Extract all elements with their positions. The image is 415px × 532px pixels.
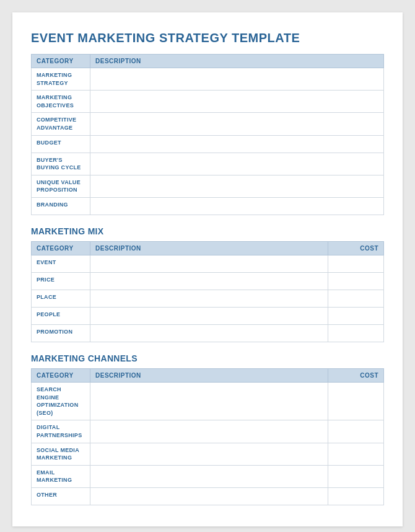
cost-cell — [328, 324, 384, 342]
col-description-2: DESCRIPTION — [90, 241, 328, 255]
cat-cell: PEOPLE — [32, 307, 90, 324]
mix-table-header: CATEGORY DESCRIPTION COST — [32, 241, 384, 255]
col-category-3: CATEGORY — [32, 368, 90, 382]
cost-cell — [328, 382, 384, 420]
desc-cell — [90, 135, 384, 153]
cat-cell: DIGITAL PARTNERSHIPS — [32, 420, 90, 443]
table-row: EMAIL MARKETING — [32, 465, 384, 487]
desc-cell — [90, 91, 384, 113]
cost-cell — [328, 255, 384, 272]
desc-cell — [90, 487, 328, 505]
cat-cell: EVENT — [32, 255, 90, 272]
desc-cell — [90, 153, 384, 175]
table-row: PLACE — [32, 290, 384, 307]
table-row: COMPETITIVE ADVANTAGE — [32, 113, 384, 135]
table-row: SOCIAL MEDIA MARKETING — [32, 443, 384, 465]
cat-cell: UNIQUE VALUE PROPOSITION — [32, 175, 90, 197]
col-description-1: DESCRIPTION — [90, 55, 384, 68]
cat-cell: SOCIAL MEDIA MARKETING — [32, 443, 90, 465]
desc-cell — [90, 465, 328, 487]
cat-cell: BUDGET — [32, 135, 90, 153]
channels-table-header: CATEGORY DESCRIPTION COST — [32, 368, 384, 382]
channels-table: CATEGORY DESCRIPTION COST SEARCH ENGINE … — [31, 368, 384, 505]
table-row: UNIQUE VALUE PROPOSITION — [32, 175, 384, 197]
cost-cell — [328, 465, 384, 487]
col-category-1: CATEGORY — [32, 55, 90, 68]
desc-cell — [90, 255, 328, 272]
cost-cell — [328, 307, 384, 324]
cat-cell: OTHER — [32, 487, 90, 505]
cat-cell: SEARCH ENGINE OPTIMIZATION (SEO) — [32, 382, 90, 420]
desc-cell — [90, 307, 328, 324]
section2-title: MARKETING MIX — [31, 226, 384, 236]
desc-cell — [90, 443, 328, 465]
section3-title: MARKETING CHANNELS — [31, 353, 384, 363]
main-title: EVENT MARKETING STRATEGY TEMPLATE — [31, 31, 384, 45]
cost-cell — [328, 443, 384, 465]
strategy-table: CATEGORY DESCRIPTION MARKETING STRATEGY … — [31, 54, 384, 215]
cat-cell: COMPETITIVE ADVANTAGE — [32, 113, 90, 135]
desc-cell — [90, 197, 384, 215]
page-container: EVENT MARKETING STRATEGY TEMPLATE CATEGO… — [12, 12, 403, 526]
desc-cell — [90, 272, 328, 290]
desc-cell — [90, 324, 328, 342]
col-cost-2: COST — [328, 241, 384, 255]
table-row: BUYER'S BUYING CYCLE — [32, 153, 384, 175]
mix-table: CATEGORY DESCRIPTION COST EVENT PRICE PL… — [31, 241, 384, 342]
strategy-table-header: CATEGORY DESCRIPTION — [32, 55, 384, 68]
table-row: EVENT — [32, 255, 384, 272]
cat-cell: PROMOTION — [32, 324, 90, 342]
cat-cell: BRANDING — [32, 197, 90, 215]
table-row: BRANDING — [32, 197, 384, 215]
desc-cell — [90, 382, 328, 420]
cat-cell: BUYER'S BUYING CYCLE — [32, 153, 90, 175]
desc-cell — [90, 175, 384, 197]
col-category-2: CATEGORY — [32, 241, 90, 255]
desc-cell — [90, 113, 384, 135]
cost-cell — [328, 420, 384, 443]
cat-cell: EMAIL MARKETING — [32, 465, 90, 487]
cat-cell: MARKETING OBJECTIVES — [32, 91, 90, 113]
table-row: DIGITAL PARTNERSHIPS — [32, 420, 384, 443]
cost-cell — [328, 487, 384, 505]
col-cost-3: COST — [328, 368, 384, 382]
cost-cell — [328, 290, 384, 307]
table-row: BUDGET — [32, 135, 384, 153]
cat-cell: PLACE — [32, 290, 90, 307]
table-row: PEOPLE — [32, 307, 384, 324]
desc-cell — [90, 420, 328, 443]
table-row: PRICE — [32, 272, 384, 290]
table-row: MARKETING OBJECTIVES — [32, 91, 384, 113]
table-row: PROMOTION — [32, 324, 384, 342]
cat-cell: PRICE — [32, 272, 90, 290]
desc-cell — [90, 290, 328, 307]
table-row: MARKETING STRATEGY — [32, 68, 384, 91]
desc-cell — [90, 68, 384, 91]
cost-cell — [328, 272, 384, 290]
cat-cell: MARKETING STRATEGY — [32, 68, 90, 91]
table-row: OTHER — [32, 487, 384, 505]
table-row: SEARCH ENGINE OPTIMIZATION (SEO) — [32, 382, 384, 420]
col-description-3: DESCRIPTION — [90, 368, 328, 382]
